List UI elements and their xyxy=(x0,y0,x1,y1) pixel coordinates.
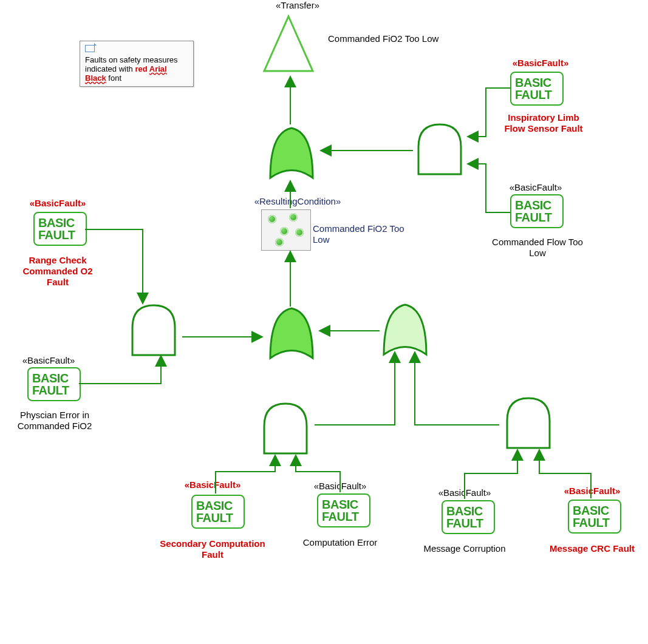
connectors xyxy=(0,0,648,644)
fault-tree-diagram: { "note": { "text_prefix": "Faults on sa… xyxy=(0,0,648,644)
